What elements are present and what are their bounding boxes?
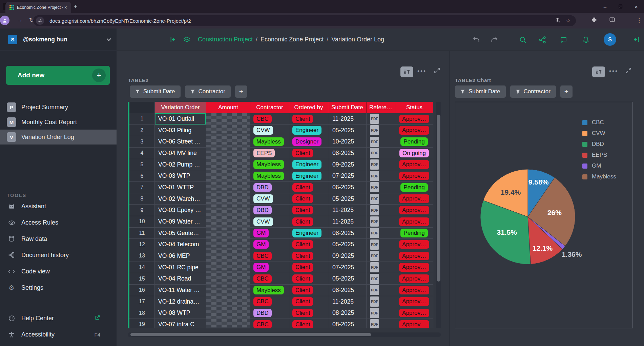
cell-ordered-by[interactable]: Engineer	[289, 170, 328, 182]
cell-status[interactable]: Approv…	[395, 216, 433, 228]
tab-close-icon[interactable]: ×	[63, 5, 68, 10]
row-number-cell[interactable]: 16	[129, 285, 155, 296]
cell-ordered-by[interactable]: Client	[289, 205, 328, 216]
collapse-left-panel-icon[interactable]	[169, 36, 176, 44]
cell-submit-date[interactable]: 05-2025	[328, 239, 367, 250]
site-info-icon[interactable]	[36, 17, 44, 25]
contractor-chip[interactable]: DBD	[253, 206, 272, 214]
cell-contractor[interactable]: CVW	[250, 216, 289, 228]
cell-contractor[interactable]: CBC	[250, 296, 289, 308]
row-number-cell[interactable]: 5	[129, 159, 155, 171]
cell-reference[interactable]: PDF	[367, 307, 395, 319]
cell-variation-order[interactable]: VO-01 RC pipe	[155, 262, 206, 273]
search-icon[interactable]	[519, 36, 527, 45]
filter-chip-submit-date[interactable]: Submit Date	[130, 85, 181, 98]
cell-submit-date[interactable]: 11-2025	[328, 216, 367, 228]
cell-contractor[interactable]: Maybless	[250, 285, 289, 296]
cell-status[interactable]: Approv…	[395, 273, 433, 285]
layers-stack-icon[interactable]	[183, 36, 191, 45]
chart-expand-icon[interactable]	[625, 67, 632, 75]
status-chip[interactable]: Approv…	[399, 172, 429, 180]
status-chip[interactable]: Pending	[400, 137, 428, 146]
cell-status[interactable]: Approv…	[395, 296, 433, 308]
table-expand-icon[interactable]	[434, 67, 440, 75]
cell-ordered-by[interactable]: Client	[289, 296, 328, 308]
new-tab-button[interactable]: +	[74, 3, 77, 10]
pdf-attachment-icon[interactable]: PDF	[370, 228, 379, 238]
status-chip[interactable]: Approv…	[399, 263, 429, 271]
cell-ordered-by[interactable]: Client	[289, 216, 328, 228]
status-chip[interactable]: Approv…	[399, 252, 429, 260]
cell-status[interactable]: Pending	[395, 182, 433, 193]
cell-amount-redacted[interactable]	[206, 307, 250, 319]
row-number-cell[interactable]: 1	[129, 113, 155, 125]
cell-ordered-by[interactable]: Engineer	[289, 159, 328, 171]
cell-contractor[interactable]: CBC	[250, 113, 289, 125]
ordered-by-chip[interactable]: Client	[292, 297, 313, 306]
extensions-puzzle-icon[interactable]	[591, 17, 597, 24]
share-icon[interactable]	[539, 36, 546, 45]
sidebar-item-variation-order-log[interactable]: V Variation Order Log	[0, 130, 117, 145]
cell-ordered-by[interactable]: Client	[289, 307, 328, 319]
cell-status[interactable]: Approv…	[395, 125, 433, 136]
cell-contractor[interactable]: GM	[250, 262, 289, 273]
pdf-attachment-icon[interactable]: PDF	[370, 251, 379, 261]
cell-variation-order[interactable]: VO-11 Water …	[155, 285, 206, 296]
cell-ordered-by[interactable]: Client	[289, 285, 328, 296]
cell-amount-redacted[interactable]	[206, 273, 250, 285]
cell-amount-redacted[interactable]	[206, 170, 250, 182]
cell-variation-order[interactable]: VO-04 Telecom	[155, 239, 206, 250]
window-close-button[interactable]: ×	[628, 0, 644, 13]
browser-profile-avatar[interactable]	[0, 16, 9, 25]
cell-variation-order[interactable]: VO-02 Pump …	[155, 159, 206, 171]
ordered-by-chip[interactable]: Designer	[292, 137, 321, 146]
cell-ordered-by[interactable]: Client	[289, 182, 328, 193]
cell-variation-order[interactable]: VO-03 Piling	[155, 125, 206, 136]
cell-contractor[interactable]: CVW	[250, 125, 289, 136]
ordered-by-chip[interactable]: Client	[292, 115, 313, 123]
cell-ordered-by[interactable]: Client	[289, 262, 328, 273]
scrollbar-thumb[interactable]	[437, 115, 440, 282]
legend-item-maybless[interactable]: Maybless	[582, 173, 616, 180]
cell-reference[interactable]: PDF	[367, 228, 395, 239]
cell-reference[interactable]: PDF	[367, 216, 395, 228]
cell-amount-redacted[interactable]	[206, 228, 250, 239]
cell-status[interactable]: Approv…	[395, 159, 433, 171]
sidebar-item-help-center[interactable]: Help Center	[0, 310, 117, 326]
cell-reference[interactable]: PDF	[367, 148, 395, 159]
cell-variation-order[interactable]: VO-12 draina…	[155, 296, 206, 308]
cell-status[interactable]: Approv…	[395, 307, 433, 319]
contractor-chip[interactable]: GM	[253, 263, 269, 271]
table-vertical-scrollbar[interactable]	[436, 102, 441, 328]
pdf-attachment-icon[interactable]: PDF	[370, 239, 379, 250]
ordered-by-chip[interactable]: Client	[292, 194, 313, 203]
cell-amount-redacted[interactable]	[206, 136, 250, 148]
row-number-cell[interactable]: 15	[129, 273, 155, 285]
cell-reference[interactable]: PDF	[367, 273, 395, 285]
row-number-cell[interactable]: 2	[129, 125, 155, 136]
pdf-attachment-icon[interactable]: PDF	[370, 137, 379, 147]
status-chip[interactable]: Approv…	[399, 206, 429, 214]
cell-status[interactable]: Approv…	[395, 285, 433, 296]
table-sort-filter-button[interactable]	[400, 66, 413, 77]
cell-reference[interactable]: PDF	[367, 205, 395, 216]
cell-contractor[interactable]: EEPS	[250, 148, 289, 159]
row-number-cell[interactable]: 3	[129, 136, 155, 148]
cell-amount-redacted[interactable]	[206, 239, 250, 250]
ordered-by-chip[interactable]: Client	[292, 217, 313, 226]
cell-reference[interactable]: PDF	[367, 296, 395, 308]
cell-contractor[interactable]: DBD	[250, 205, 289, 216]
breadcrumb-workspace[interactable]: Construction Project	[198, 36, 253, 43]
pdf-attachment-icon[interactable]: PDF	[370, 216, 379, 227]
sidebar-item-code-view[interactable]: Code view	[0, 263, 117, 280]
row-number-cell[interactable]: 19	[129, 319, 155, 328]
contractor-chip[interactable]: Maybless	[253, 172, 284, 180]
cell-contractor[interactable]: CBC	[250, 319, 289, 328]
chat-icon[interactable]	[560, 36, 567, 45]
pdf-attachment-icon[interactable]: PDF	[370, 194, 379, 204]
cell-submit-date[interactable]: 05-2025	[328, 273, 367, 285]
row-number-cell[interactable]: 18	[129, 307, 155, 319]
cell-ordered-by[interactable]: Client	[289, 319, 328, 328]
cell-reference[interactable]: PDF	[367, 113, 395, 125]
row-number-cell[interactable]: 14	[129, 262, 155, 273]
